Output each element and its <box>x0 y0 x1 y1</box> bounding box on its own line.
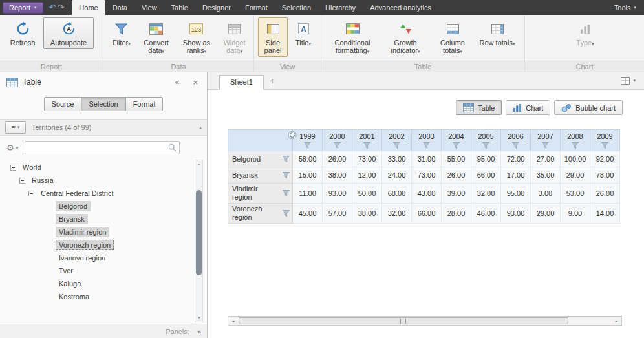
column-header-link[interactable]: 2008 <box>567 132 583 140</box>
column-header-link[interactable]: 2009 <box>597 132 612 140</box>
data-cell[interactable]: 43.00 <box>412 184 442 204</box>
tree-item-russia[interactable]: Russia <box>0 174 207 187</box>
filter-funnel-icon[interactable] <box>283 172 290 178</box>
data-cell[interactable]: 39.00 <box>442 184 471 204</box>
filter-funnel-icon[interactable] <box>283 210 290 217</box>
tab-source[interactable]: Source <box>44 97 82 111</box>
column-header-link[interactable]: 2001 <box>359 132 374 140</box>
collapse-expander-icon[interactable] <box>19 178 25 184</box>
tree-item-label[interactable]: Russia <box>28 175 57 185</box>
conditional-formatting-button[interactable]: Conditional formatting▾ <box>325 17 380 58</box>
search-input[interactable] <box>25 141 180 154</box>
panels-expand-icon[interactable]: » <box>197 328 201 335</box>
tab-format[interactable]: Format <box>125 97 164 111</box>
filter-funnel-icon[interactable] <box>283 190 290 196</box>
data-cell[interactable]: 93.00 <box>323 184 352 204</box>
tree-item-label[interactable]: Kostroma <box>56 291 92 302</box>
data-cell[interactable]: 11.00 <box>293 184 323 204</box>
growth-indicator-button[interactable]: Growth indicator▾ <box>381 17 429 58</box>
data-cell[interactable]: 14.00 <box>590 204 620 224</box>
row-totals-button[interactable]: Row totals▾ <box>476 17 519 50</box>
tab-hierarchy[interactable]: Hierarchy <box>318 0 363 15</box>
data-cell[interactable]: 68.00 <box>382 184 412 204</box>
tree-item-label[interactable]: Bryansk <box>56 214 88 224</box>
scroll-right-button[interactable]: ► <box>612 317 621 325</box>
filter-funnel-icon[interactable] <box>283 156 290 162</box>
filter-funnel-icon[interactable] <box>304 142 311 149</box>
data-cell[interactable]: 95.00 <box>501 184 531 204</box>
data-cell[interactable]: 66.00 <box>412 204 442 224</box>
scroll-down-button[interactable]: ▼ <box>195 314 202 322</box>
tree-item-kostroma[interactable]: Kostroma <box>0 290 207 303</box>
data-cell[interactable]: 66.00 <box>471 167 501 184</box>
data-cell[interactable]: 33.00 <box>382 151 412 167</box>
column-totals-button[interactable]: Column totals▾ <box>431 17 474 58</box>
side-panel-toggle[interactable]: Side panel <box>258 17 288 57</box>
row-header-belgorod[interactable]: Belgorod <box>228 151 293 167</box>
tree-item-central-federal-district[interactable]: Central Federal District <box>0 187 207 200</box>
data-cell[interactable]: 26.00 <box>442 167 471 184</box>
tree-item-label[interactable]: Ivanovo region <box>56 253 109 263</box>
data-cell[interactable]: 29.00 <box>561 167 590 184</box>
tab-view[interactable]: View <box>134 0 164 15</box>
tree-item-ivanovo-region[interactable]: Ivanovo region <box>0 251 207 264</box>
filter-funnel-icon[interactable] <box>453 142 460 149</box>
data-cell[interactable]: 57.00 <box>323 204 352 224</box>
column-header-link[interactable]: 2003 <box>418 132 434 140</box>
refresh-button[interactable]: Refresh <box>4 17 41 49</box>
row-header-voronezh-region[interactable]: Voronezh region <box>228 204 293 224</box>
horizontal-scrollbar[interactable]: ◄ ► <box>228 316 622 326</box>
data-cell[interactable]: 26.00 <box>590 184 620 204</box>
data-cell[interactable]: 95.00 <box>471 151 501 167</box>
data-cell[interactable]: 92.00 <box>590 151 620 167</box>
filter-funnel-icon[interactable] <box>334 142 341 149</box>
scroll-up-button[interactable]: ▲ <box>195 160 202 168</box>
filter-funnel-icon[interactable] <box>393 142 400 149</box>
filter-funnel-icon[interactable] <box>482 142 489 149</box>
filter-funnel-icon[interactable] <box>512 142 519 149</box>
tools-menu-button[interactable]: Tools ▾ <box>614 4 644 12</box>
tree-item-label[interactable]: Belgorod <box>56 201 91 211</box>
dimension-menu-button[interactable]: ≡ ▾ <box>5 121 26 134</box>
tab-format[interactable]: Format <box>238 0 275 15</box>
data-cell[interactable]: 27.00 <box>531 151 561 167</box>
tree-item-label[interactable]: Kaluga <box>56 279 84 289</box>
data-cell[interactable]: 53.00 <box>561 184 590 204</box>
scroll-track[interactable] <box>238 317 612 325</box>
show-as-ranks-button[interactable]: 123 Show as ranks▾ <box>177 17 216 58</box>
filter-funnel-icon[interactable] <box>572 142 579 149</box>
filter-funnel-icon[interactable] <box>423 142 430 149</box>
filter-funnel-icon[interactable] <box>363 142 370 149</box>
report-menu-button[interactable]: Report ▾ <box>3 2 43 14</box>
view-bubble-chart-button[interactable]: Bubble chart <box>554 100 623 115</box>
scroll-thumb[interactable] <box>196 190 202 275</box>
layout-selector-button[interactable]: ▾ <box>621 77 636 85</box>
data-cell[interactable]: 26.00 <box>323 151 352 167</box>
data-cell[interactable]: 38.00 <box>352 204 382 224</box>
sheet-tab[interactable]: Sheet1 <box>219 75 264 90</box>
view-table-button[interactable]: Table <box>456 100 502 115</box>
filter-funnel-icon[interactable] <box>601 142 608 149</box>
data-cell[interactable]: 58.00 <box>293 151 323 167</box>
data-cell[interactable]: 100.00 <box>561 151 590 167</box>
data-cell[interactable]: 45.00 <box>293 204 323 224</box>
rotate-table-icon[interactable] <box>288 131 297 141</box>
column-header-link[interactable]: 2005 <box>478 132 493 140</box>
data-cell[interactable]: 32.00 <box>382 204 412 224</box>
tree-item-belgorod[interactable]: Belgorod <box>0 200 207 213</box>
autoupdate-toggle[interactable]: A Autoupdate <box>43 17 94 49</box>
tree-item-label[interactable]: Voronezh region <box>56 240 114 250</box>
data-cell[interactable]: 32.00 <box>471 184 501 204</box>
column-header-link[interactable]: 1999 <box>299 132 315 140</box>
settings-button[interactable]: ⚙ ▾ <box>6 143 18 153</box>
column-header-link[interactable]: 2007 <box>537 132 553 140</box>
collapse-expander-icon[interactable] <box>28 191 34 196</box>
data-cell[interactable]: 93.00 <box>501 204 531 224</box>
filter-button[interactable]: Filter▾ <box>107 17 135 50</box>
data-cell[interactable]: 38.00 <box>323 167 352 184</box>
tree-item-voronezh-region[interactable]: Voronezh region <box>0 238 207 251</box>
tree-item-label[interactable]: Tver <box>56 266 76 276</box>
column-header-link[interactable]: 2004 <box>448 132 464 140</box>
data-cell[interactable]: 3.00 <box>531 184 561 204</box>
data-cell[interactable]: 35.00 <box>531 167 561 184</box>
